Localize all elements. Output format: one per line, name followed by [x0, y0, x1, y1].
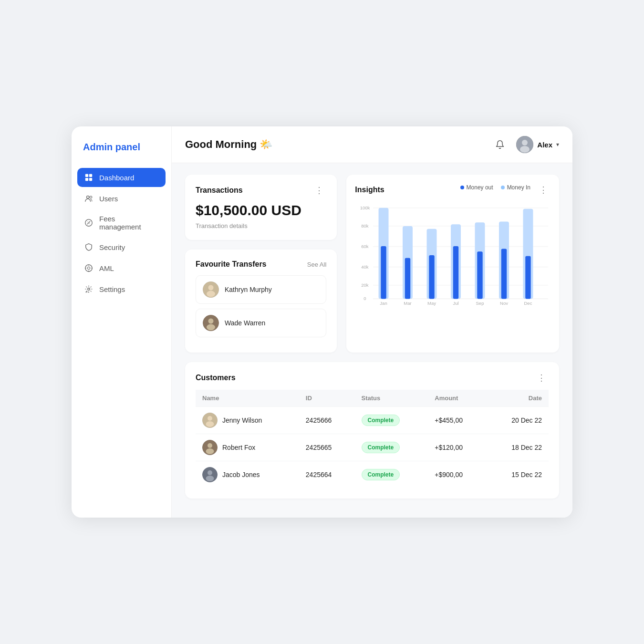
svg-point-19 — [207, 324, 215, 331]
transfer-avatar-1 — [203, 281, 219, 298]
customer-status-1: Complete — [355, 407, 428, 434]
see-all-link[interactable]: See All — [307, 261, 326, 268]
customer-id-2: 2425665 — [299, 434, 355, 461]
avatar — [516, 136, 533, 153]
svg-text:20k: 20k — [362, 282, 369, 288]
svg-point-13 — [520, 146, 530, 153]
transactions-card: Transactions ⋮ $10,500.00 USD Transactio… — [185, 175, 337, 240]
transactions-more-button[interactable]: ⋮ — [312, 185, 326, 196]
customer-name-1: Jenny Wilson — [222, 416, 262, 424]
svg-rect-3 — [89, 178, 92, 181]
insights-more-button[interactable]: ⋮ — [536, 185, 551, 195]
svg-text:0: 0 — [364, 296, 366, 301]
sidebar-nav: Dashboard Users — [72, 168, 171, 299]
table-row[interactable]: Jacob Jones 2425664 Complete +$900,00 15… — [196, 461, 549, 488]
svg-text:60k: 60k — [362, 244, 369, 249]
customer-id-3: 2425664 — [299, 461, 355, 488]
svg-text:Dec: Dec — [524, 301, 532, 306]
svg-rect-51 — [526, 256, 531, 299]
svg-point-61 — [206, 476, 214, 481]
sidebar-item-label: Fees management — [99, 215, 159, 231]
svg-text:Nov: Nov — [500, 301, 508, 306]
customers-table: Name ID Status Amount Date — [196, 390, 549, 488]
user-menu[interactable]: Alex ▾ — [516, 136, 559, 153]
transfer-name-2: Wade Warren — [225, 319, 265, 327]
svg-rect-0 — [85, 174, 88, 177]
svg-rect-2 — [85, 178, 88, 181]
sidebar-item-users[interactable]: Users — [77, 189, 166, 208]
table-row[interactable]: Robert Fox 2425665 Complete +$120,00 18 … — [196, 434, 549, 461]
status-badge: Complete — [362, 442, 400, 453]
svg-point-54 — [208, 416, 212, 421]
customers-card-header: Customers ⋮ — [196, 373, 549, 383]
sidebar-item-dashboard[interactable]: Dashboard — [77, 168, 166, 187]
svg-text:40k: 40k — [362, 264, 369, 270]
legend-money-out: Money out — [460, 184, 493, 191]
transaction-amount: $10,500.00 USD — [196, 202, 326, 218]
col-date: Date — [487, 390, 549, 407]
aml-icon — [84, 263, 93, 273]
svg-point-16 — [207, 291, 215, 297]
col-status: Status — [355, 390, 428, 407]
status-badge: Complete — [362, 469, 400, 480]
legend-label-out: Money out — [467, 184, 493, 191]
insights-card-header: Insights Money out Money In — [355, 184, 551, 196]
legend-label-in: Money In — [507, 184, 530, 191]
sidebar-item-aml[interactable]: AML — [77, 259, 166, 278]
sidebar-item-security[interactable]: Security — [77, 238, 166, 257]
customer-name-cell: Jenny Wilson — [196, 407, 299, 434]
greeting-emoji: 🌤️ — [260, 138, 272, 150]
sidebar-item-label: Security — [99, 243, 125, 251]
content-area: Transactions ⋮ $10,500.00 USD Transactio… — [172, 163, 572, 518]
transactions-card-header: Transactions ⋮ — [196, 185, 326, 196]
transaction-details-link[interactable]: Transaction details — [196, 222, 326, 229]
table-header-row: Name ID Status Amount Date — [196, 390, 549, 407]
sidebar: Admin panel Dashboard — [72, 126, 172, 518]
app-container: Admin panel Dashboard — [72, 126, 572, 518]
cust-avatar-3 — [202, 467, 218, 482]
table-row[interactable]: Jenny Wilson 2425666 Complete +$455,00 2… — [196, 407, 549, 434]
col-amount: Amount — [428, 390, 487, 407]
svg-point-55 — [206, 421, 214, 427]
transfer-item-2[interactable]: Wade Warren — [196, 309, 326, 337]
customer-status-3: Complete — [355, 461, 428, 488]
logo-dark: panel — [113, 142, 140, 152]
svg-point-10 — [86, 291, 87, 292]
greeting-text: Good Morning 🌤️ — [185, 138, 491, 151]
customers-more-button[interactable]: ⋮ — [534, 373, 549, 383]
users-icon — [84, 194, 93, 203]
col-name: Name — [196, 390, 299, 407]
chart-legend: Money out Money In — [460, 184, 530, 191]
fees-icon — [84, 218, 93, 228]
favourite-transfers-card: Favourite Transfers See All — [185, 249, 337, 353]
svg-text:May: May — [427, 301, 436, 306]
customer-date-3: 15 Dec 22 — [487, 461, 549, 488]
customer-name-cell-2: Robert Fox — [196, 434, 299, 461]
svg-text:Mar: Mar — [404, 301, 412, 306]
svg-rect-1 — [89, 174, 92, 177]
transfer-item[interactable]: Kathryn Murphy — [196, 275, 326, 304]
customer-name-2: Robert Fox — [222, 444, 255, 451]
sidebar-item-settings[interactable]: Settings — [77, 280, 166, 299]
customer-name-cell-3: Jacob Jones — [196, 461, 299, 488]
notification-bell-button[interactable] — [491, 136, 509, 153]
customer-date-1: 20 Dec 22 — [487, 407, 549, 434]
customers-title: Customers — [196, 374, 236, 382]
logo-blue: Admin — [83, 142, 113, 152]
dashboard-icon — [84, 173, 93, 182]
svg-text:Jul: Jul — [453, 301, 459, 306]
header-actions: Alex ▾ — [491, 136, 559, 153]
svg-point-5 — [90, 196, 92, 198]
transfer-name-1: Kathryn Murphy — [225, 286, 272, 293]
sidebar-item-fees[interactable]: Fees management — [77, 210, 166, 236]
customer-amount-3: +$900,00 — [428, 461, 487, 488]
user-name: Alex — [537, 141, 552, 149]
svg-rect-42 — [453, 246, 458, 299]
legend-dot-in — [501, 186, 505, 189]
legend-money-in: Money In — [501, 184, 530, 191]
svg-text:Sep: Sep — [476, 301, 484, 306]
customer-date-2: 18 Dec 22 — [487, 434, 549, 461]
svg-text:80k: 80k — [362, 223, 369, 229]
settings-icon — [84, 284, 93, 294]
chevron-down-icon: ▾ — [556, 141, 559, 148]
